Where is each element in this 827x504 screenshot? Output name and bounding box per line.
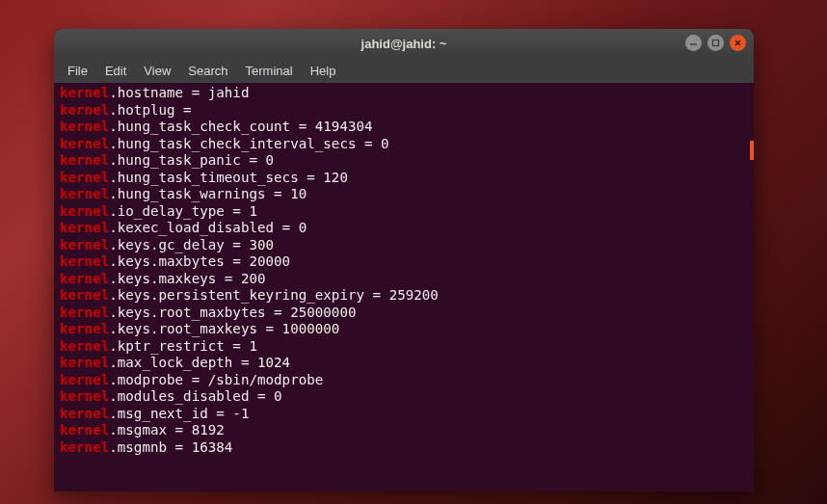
sysctl-prefix: kernel: [60, 237, 109, 252]
sysctl-value: .modules_disabled = 0: [109, 388, 281, 404]
output-line: kernel.modules_disabled = 0: [60, 388, 748, 406]
close-icon: [734, 39, 742, 47]
terminal-output[interactable]: kernel.hostname = jahidkernel.hotplug = …: [54, 83, 754, 491]
sysctl-prefix: kernel: [60, 338, 109, 354]
sysctl-value: .keys.maxbytes = 20000: [109, 253, 290, 269]
output-line: kernel.io_delay_type = 1: [60, 203, 748, 221]
sysctl-value: .kexec_load_disabled = 0: [109, 220, 307, 235]
sysctl-value: .max_lock_depth = 1024: [109, 355, 290, 370]
sysctl-prefix: kernel: [60, 422, 109, 438]
output-line: kernel.msg_next_id = -1: [60, 406, 748, 423]
output-line: kernel.msgmax = 8192: [60, 422, 748, 439]
output-line: kernel.keys.root_maxbytes = 25000000: [60, 305, 748, 322]
svg-rect-1: [713, 40, 719, 46]
sysctl-prefix: kernel: [60, 355, 109, 370]
output-line: kernel.keys.persistent_keyring_expiry = …: [60, 287, 748, 305]
output-line: kernel.msgmnb = 16384: [60, 439, 748, 457]
output-line: kernel.hung_task_check_count = 4194304: [60, 119, 748, 136]
output-line: kernel.modprobe = /sbin/modprobe: [60, 372, 748, 389]
sysctl-prefix: kernel: [60, 102, 109, 118]
sysctl-value: .keys.root_maxkeys = 1000000: [109, 321, 339, 336]
sysctl-value: .hung_task_check_count = 4194304: [109, 119, 372, 134]
sysctl-value: .hung_task_panic = 0: [109, 152, 274, 168]
menu-edit[interactable]: Edit: [97, 61, 134, 81]
minimize-icon: [689, 39, 698, 47]
output-line: kernel.hostname = jahid: [60, 85, 748, 102]
output-line: kernel.keys.gc_delay = 300: [60, 237, 748, 254]
sysctl-value: .io_delay_type = 1: [109, 203, 257, 219]
sysctl-value: .keys.persistent_keyring_expiry = 259200: [109, 287, 439, 303]
output-line: kernel.hung_task_check_interval_secs = 0: [60, 136, 748, 153]
sysctl-prefix: kernel: [60, 253, 109, 269]
output-line: kernel.kexec_load_disabled = 0: [60, 220, 748, 237]
minimize-button[interactable]: [685, 35, 702, 51]
sysctl-value: .msgmax = 8192: [109, 422, 225, 438]
output-line: kernel.keys.root_maxkeys = 1000000: [60, 321, 748, 338]
sysctl-value: .msgmnb = 16384: [109, 439, 232, 455]
sysctl-value: .kptr_restrict = 1: [109, 338, 257, 354]
menu-file[interactable]: File: [60, 61, 95, 81]
sysctl-value: .keys.gc_delay = 300: [109, 237, 274, 252]
sysctl-prefix: kernel: [60, 186, 109, 201]
sysctl-value: .hung_task_warnings = 10: [109, 186, 307, 201]
menu-terminal[interactable]: Terminal: [238, 61, 301, 81]
output-line: kernel.keys.maxbytes = 20000: [60, 253, 748, 271]
sysctl-prefix: kernel: [60, 170, 109, 185]
terminal-window: jahid@jahid: ~ File Edit View Search Ter…: [54, 29, 754, 491]
sysctl-prefix: kernel: [60, 271, 109, 286]
output-line: kernel.hung_task_warnings = 10: [60, 186, 748, 203]
menu-search[interactable]: Search: [180, 61, 235, 81]
output-line: kernel.kptr_restrict = 1: [60, 338, 748, 356]
titlebar: jahid@jahid: ~: [54, 29, 754, 58]
sysctl-value: .modprobe = /sbin/modprobe: [109, 372, 323, 387]
output-line: kernel.keys.maxkeys = 200: [60, 271, 748, 288]
window-title: jahid@jahid: ~: [361, 37, 447, 51]
sysctl-value: .hung_task_timeout_secs = 120: [109, 170, 348, 185]
output-line: kernel.hung_task_timeout_secs = 120: [60, 170, 748, 187]
sysctl-value: .hotplug =: [109, 102, 200, 118]
output-line: kernel.hotplug =: [60, 102, 748, 119]
maximize-icon: [711, 39, 720, 47]
sysctl-prefix: kernel: [60, 372, 109, 387]
maximize-button[interactable]: [707, 35, 724, 51]
sysctl-prefix: kernel: [60, 136, 109, 151]
window-controls: [685, 35, 746, 51]
sysctl-prefix: kernel: [60, 152, 109, 168]
sysctl-value: .msg_next_id = -1: [109, 406, 249, 421]
menu-help[interactable]: Help: [303, 61, 344, 81]
sysctl-prefix: kernel: [60, 305, 109, 320]
sysctl-prefix: kernel: [60, 119, 109, 134]
sysctl-prefix: kernel: [60, 406, 109, 421]
scrollbar-thumb[interactable]: [750, 141, 754, 160]
sysctl-prefix: kernel: [60, 203, 109, 219]
close-button[interactable]: [730, 35, 746, 51]
sysctl-value: .keys.root_maxbytes = 25000000: [109, 305, 356, 320]
sysctl-prefix: kernel: [60, 287, 109, 303]
sysctl-prefix: kernel: [60, 85, 109, 100]
sysctl-value: .hostname = jahid: [109, 85, 249, 100]
output-line: kernel.hung_task_panic = 0: [60, 152, 748, 170]
sysctl-prefix: kernel: [60, 220, 109, 235]
sysctl-prefix: kernel: [60, 388, 109, 404]
sysctl-prefix: kernel: [60, 439, 109, 455]
menu-view[interactable]: View: [136, 61, 178, 81]
output-line: kernel.max_lock_depth = 1024: [60, 355, 748, 372]
sysctl-value: .hung_task_check_interval_secs = 0: [109, 136, 388, 151]
menubar: File Edit View Search Terminal Help: [54, 58, 754, 83]
sysctl-value: .keys.maxkeys = 200: [109, 271, 265, 286]
sysctl-prefix: kernel: [60, 321, 109, 336]
